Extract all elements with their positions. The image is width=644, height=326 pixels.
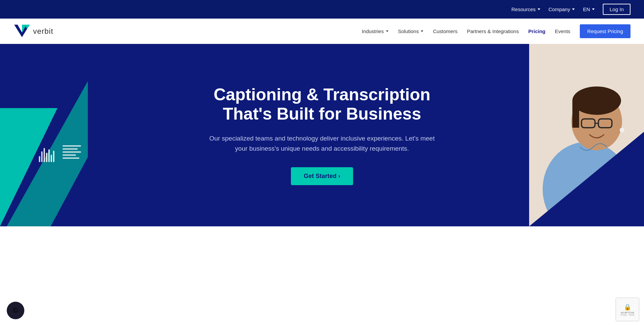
request-pricing-button[interactable]: Request Pricing <box>580 24 630 38</box>
login-button[interactable]: Log In <box>603 4 630 15</box>
partners-label: Partners & Integrations <box>467 28 519 34</box>
svg-point-6 <box>572 86 621 115</box>
line-4 <box>63 154 76 156</box>
get-started-button[interactable]: Get Started › <box>291 167 353 185</box>
events-link[interactable]: Events <box>555 28 570 34</box>
main-nav: verbit Industries Solutions Customers Pa… <box>0 19 644 44</box>
language-label: EN <box>583 6 590 12</box>
logo-text: verbit <box>33 27 53 36</box>
lines-decoration-icon <box>63 145 81 159</box>
wave-bar-7 <box>53 151 54 162</box>
logo-link[interactable]: verbit <box>14 23 53 40</box>
waveform-icon <box>39 148 54 162</box>
hero-subtitle: Our specialized teams and technology del… <box>204 133 440 154</box>
customers-link[interactable]: Customers <box>433 28 457 34</box>
industries-link[interactable]: Industries <box>362 28 389 34</box>
industries-chevron-icon <box>386 30 389 32</box>
resources-label: Resources <box>512 6 536 12</box>
events-label: Events <box>555 28 570 34</box>
wave-bar-6 <box>51 155 52 162</box>
verbit-logo-icon <box>14 23 30 40</box>
line-2 <box>63 148 78 150</box>
wave-bar-3 <box>44 148 45 162</box>
wave-bar-1 <box>39 156 40 162</box>
language-link[interactable]: EN <box>583 6 595 12</box>
hero-person-image <box>529 44 644 226</box>
resources-link[interactable]: Resources <box>512 6 541 12</box>
top-bar: Resources Company EN Log In <box>0 0 644 19</box>
main-nav-links: Industries Solutions Customers Partners … <box>362 24 630 38</box>
solutions-label: Solutions <box>398 28 419 34</box>
language-chevron-icon <box>592 8 595 10</box>
hero-title: Captioning & Transcription That's Built … <box>204 85 440 124</box>
wave-bar-4 <box>46 153 47 162</box>
top-bar-nav: Resources Company EN Log In <box>512 4 630 15</box>
wave-bar-5 <box>48 149 50 162</box>
svg-rect-7 <box>572 101 579 128</box>
company-label: Company <box>548 6 570 12</box>
company-link[interactable]: Company <box>548 6 575 12</box>
hero-content: Captioning & Transcription That's Built … <box>190 65 454 206</box>
partners-link[interactable]: Partners & Integrations <box>467 28 519 34</box>
dark-triangle-right-decoration <box>529 132 644 226</box>
line-3 <box>63 151 81 153</box>
company-chevron-icon <box>572 8 575 10</box>
pricing-link[interactable]: Pricing <box>528 28 545 34</box>
solutions-chevron-icon <box>421 30 423 32</box>
customers-label: Customers <box>433 28 457 34</box>
hero-left-decoration <box>0 44 101 226</box>
industries-label: Industries <box>362 28 384 34</box>
wave-bar-2 <box>41 151 43 162</box>
line-1 <box>63 145 81 147</box>
resources-chevron-icon <box>538 8 540 10</box>
pricing-label: Pricing <box>528 28 545 34</box>
solutions-link[interactable]: Solutions <box>398 28 424 34</box>
hero-section: Captioning & Transcription That's Built … <box>0 44 644 226</box>
line-5 <box>63 157 79 159</box>
